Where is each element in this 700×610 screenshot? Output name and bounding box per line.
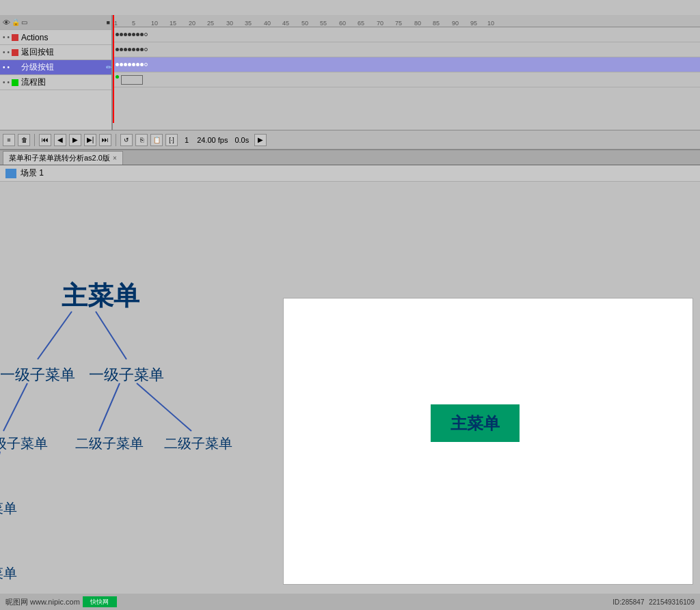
forward-btn[interactable]: ⏭ [99, 134, 111, 146]
color-box-level [12, 64, 18, 71]
timeline-frames [113, 27, 700, 123]
copy-btn[interactable]: ⎘ [135, 134, 148, 146]
vis-icon-flow[interactable]: • [3, 79, 5, 86]
layer-row-level-btn[interactable]: • • 分级按钮 ✏ [0, 60, 111, 75]
frame-box [121, 75, 143, 85]
svg-text:子菜单: 子菜单 [0, 501, 17, 516]
vis-icon-actions[interactable]: • [3, 33, 5, 41]
main-canvas[interactable]: 主菜单 一级子菜单 一级子菜单 二级子菜单 二级子菜单 二级子菜单 子菜单 子 [0, 182, 700, 594]
svg-text:二级子菜单: 二级子菜单 [0, 436, 48, 451]
keyframe-dot [120, 48, 123, 51]
svg-line-5 [3, 383, 27, 431]
timeline-ruler: 1 5 10 15 20 25 30 35 40 45 50 55 60 65 … [113, 15, 700, 27]
lock-icon-back[interactable]: • [8, 48, 10, 56]
watermark-logo: 快快网 [83, 596, 117, 607]
layer-row-actions[interactable]: • • Actions [0, 30, 111, 45]
svg-line-1 [38, 311, 72, 359]
layer-header-row: 👁 🔒 ▭ ■ [0, 15, 111, 30]
keyframe-dot [124, 33, 127, 36]
keyframe-dot [136, 63, 139, 66]
keyframe-dot-hollow [144, 48, 148, 51]
frame-row-actions [113, 27, 700, 42]
keyframe-dot [140, 33, 144, 36]
layer-name-back: 返回按钮 [21, 46, 111, 58]
frame-row-level [113, 57, 700, 72]
fps-value: 24.00 [197, 136, 216, 144]
keyframe-dot [136, 33, 139, 36]
keyframe-dot [124, 48, 127, 51]
frames-content-actions [113, 31, 150, 38]
layer-name-actions: Actions [21, 33, 111, 42]
layer-row-back-btn[interactable]: • • 返回按钮 [0, 45, 111, 60]
canvas-main-menu-btn[interactable]: 主菜单 [431, 404, 520, 442]
layer-name-level: 分级按钮 [21, 61, 105, 73]
frames-content-level [113, 61, 150, 68]
keyframe-dot [116, 63, 119, 66]
fps-label: fps [216, 136, 228, 144]
divider [34, 134, 35, 146]
frames-content-flow [113, 73, 146, 87]
paste-btn[interactable]: 📋 [150, 134, 163, 146]
vis-icon-back[interactable]: • [3, 48, 5, 56]
lock-header-icon: 🔒 [12, 18, 20, 26]
keyframe-dot [128, 33, 131, 36]
keyframe-dot [140, 48, 144, 51]
svg-text:二级子菜单: 二级子菜单 [75, 436, 144, 451]
watermark-text: 昵图网 www.nipic.com [5, 597, 80, 607]
play-btn[interactable]: ▶ [69, 134, 81, 146]
scene-icon [5, 169, 16, 178]
layer-name-flow: 流程图 [21, 77, 111, 88]
svg-line-2 [96, 311, 126, 359]
tab-close-btn[interactable]: × [113, 154, 117, 162]
frame-number: 1 [185, 136, 189, 144]
color-box-flow [12, 79, 18, 86]
pencil-icon-level: ✏ [106, 64, 111, 71]
keyframe-dot [132, 63, 135, 66]
layer-panel: 👁 🔒 ▭ ■ • • Actions • • 返回按钮 • • 分级按钮 ✏ [0, 15, 113, 138]
color-box-back [12, 49, 18, 56]
scene-name: 场景 1 [21, 167, 44, 179]
tab-main[interactable]: 菜单和子菜单跳转分析as2.0版 × [3, 151, 123, 165]
keyframe-dot [132, 33, 135, 36]
scene-label-bar: 场景 1 [0, 165, 700, 182]
next-frame-btn[interactable]: ▶| [84, 134, 96, 146]
keyframe-dot-green [116, 75, 119, 79]
new-layer-btn[interactable]: ≡ [3, 134, 15, 146]
keyframe-dot [128, 48, 131, 51]
time-display: 0.0s [234, 136, 249, 144]
vis-icon-level[interactable]: • [3, 64, 5, 71]
keyframe-dot-hollow [144, 33, 148, 36]
loop-btn[interactable]: ↺ [120, 134, 133, 146]
timeline-toolbar: ≡ 🗑 ⏮ ◀ ▶ ▶| ⏭ ↺ ⎘ 📋 [·] 1 24.00 fps 0.0… [0, 130, 700, 149]
divider2 [116, 134, 116, 146]
keyframe-dot-hollow [144, 63, 148, 66]
svg-text:子菜单: 子菜单 [0, 566, 17, 581]
frame-row-back [113, 42, 700, 57]
box-header-icon: ▭ [21, 18, 27, 26]
svg-text:一级子菜单: 一级子菜单 [0, 366, 75, 383]
svg-line-6 [99, 383, 120, 431]
keyframe-dot [132, 48, 135, 51]
fps-display: 24.00 fps [197, 136, 228, 144]
svg-text:主菜单: 主菜单 [62, 281, 140, 310]
color-box-actions [12, 34, 18, 41]
keyframe-dot [124, 63, 127, 66]
lock-icon-level[interactable]: • [8, 64, 10, 71]
keyframe-dot [136, 48, 139, 51]
frame-row-flow [113, 72, 700, 87]
prev-frame-btn[interactable]: ◀ [54, 134, 66, 146]
layer-row-flowchart[interactable]: • • 流程图 [0, 75, 111, 90]
lock-icon-flow[interactable]: • [8, 79, 10, 86]
onion-btn[interactable]: [·] [165, 134, 178, 146]
tab-label: 菜单和子菜单跳转分析as2.0版 [9, 153, 110, 163]
tab-bar: 菜单和子菜单跳转分析as2.0版 × [0, 150, 700, 165]
delete-layer-btn[interactable]: 🗑 [18, 134, 30, 146]
lock-icon-actions[interactable]: • [8, 33, 10, 41]
timeline-panel: 1 5 10 15 20 25 30 35 40 45 50 55 60 65 … [0, 0, 700, 150]
svg-text:一级子菜单: 一级子菜单 [89, 366, 164, 383]
scroll-right-btn[interactable]: ▶ [254, 134, 267, 146]
id-label: ID:285847 [612, 598, 644, 606]
id-info: ID:285847 221549316109 [612, 598, 695, 606]
rewind-btn[interactable]: ⏮ [39, 134, 51, 146]
playhead[interactable] [113, 15, 114, 123]
